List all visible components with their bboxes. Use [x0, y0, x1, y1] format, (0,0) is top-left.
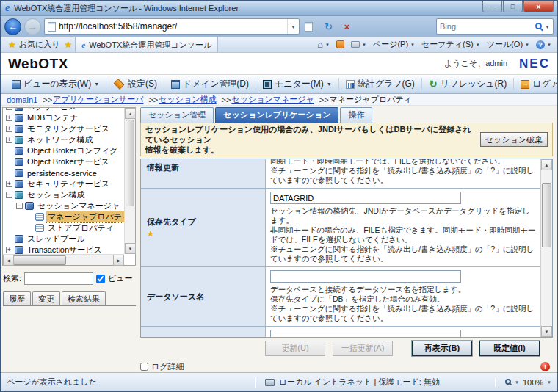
bulk-update-button[interactable]: 一括更新(A)	[333, 341, 393, 356]
expander-icon[interactable]: −	[16, 203, 23, 209]
page-menu[interactable]: ページ(P) ▼	[373, 39, 415, 50]
save-type-input[interactable]	[270, 192, 461, 204]
maximize-button[interactable]: □	[503, 1, 523, 12]
tab-operation[interactable]: 操作	[340, 107, 372, 123]
refresh-console-button[interactable]: ↻ リフレッシュ(R)	[422, 78, 514, 91]
breadcrumb-appserver[interactable]: アプリケーションサーバ	[53, 94, 143, 105]
browser-tab[interactable]: e WebOTX統合運用管理コンソール	[75, 37, 218, 52]
expander-icon[interactable]: −	[6, 192, 12, 198]
security-zone: ローカル イントラネット | 保護モード: 無効	[256, 377, 449, 388]
tools-menu[interactable]: ツール(O) ▼	[487, 39, 529, 50]
scroll-down-icon[interactable]: ▼	[125, 243, 136, 254]
compatibility-view-button[interactable]	[302, 19, 318, 35]
redisplay-button[interactable]: 再表示(B)	[412, 341, 472, 356]
scrollbar-thumb[interactable]	[13, 255, 66, 265]
tab-session-replication[interactable]: セッションレプリケーション	[215, 107, 338, 123]
update-button[interactable]: 更新(U)	[265, 341, 325, 356]
scroll-up-icon[interactable]: ▲	[125, 108, 136, 119]
expander-icon[interactable]: +	[6, 108, 12, 110]
breadcrumb-session-config[interactable]: セッション構成	[159, 94, 216, 105]
log-detail-checkbox[interactable]	[140, 363, 148, 371]
breadcrumb-session-manager[interactable]: セッションマネージャ	[231, 94, 314, 105]
breadcrumb-separator: >>	[148, 95, 158, 104]
title-bar[interactable]: e WebOTX統合運用管理コンソール - Windows Internet E…	[1, 1, 557, 16]
close-button[interactable]: ×	[523, 1, 554, 12]
expander-icon[interactable]: +	[6, 126, 12, 132]
add-favorite-icon[interactable]: ★	[65, 40, 73, 50]
favorites-bar: ★ お気に入り ★ e WebOTX統合運用管理コンソール ⌂ ▼ ▼ ページ(…	[1, 37, 557, 53]
favorites-button[interactable]: ★ お気に入り	[4, 37, 65, 52]
sidebar-item-persistence-service[interactable]: persistence-service	[3, 167, 124, 178]
tab-search-results[interactable]: 検索結果	[62, 291, 106, 305]
print-button[interactable]: ▼	[351, 41, 366, 48]
search-dropdown-icon[interactable]: ▼	[545, 24, 550, 29]
alert-icon[interactable]: !	[540, 362, 550, 371]
scroll-right-icon[interactable]: ▶	[113, 255, 124, 266]
logout-button[interactable]: → ログアウト(L)	[514, 78, 558, 91]
zone-text: ローカル イントラネット | 保護モード: 無効	[279, 377, 440, 388]
breadcrumb-domain1[interactable]: domain1	[7, 95, 37, 104]
sidebar-item-objectbroker-config[interactable]: Object Brokerコンフィグ	[3, 145, 124, 156]
default-value-button[interactable]: 既定値(I)	[479, 341, 540, 356]
sidebar-item-mdb-container[interactable]: +MDBコンテナ	[3, 112, 124, 123]
forward-button[interactable]: →	[24, 18, 41, 35]
zoom-dropdown-icon[interactable]: ▼	[547, 380, 551, 385]
sidebar-item-monitoring-service[interactable]: +モニタリングサービス	[3, 123, 124, 134]
intranet-zone-icon	[265, 379, 275, 386]
session-destroy-button[interactable]: セッション破棄	[480, 132, 548, 147]
expander-icon[interactable]: +	[6, 137, 12, 143]
expander-icon[interactable]: +	[6, 247, 12, 253]
expander-icon[interactable]: +	[6, 115, 12, 121]
sql-ext-path-input[interactable]	[270, 330, 461, 337]
stop-button[interactable]: ×	[339, 19, 355, 35]
scroll-down-icon[interactable]: ▼	[541, 326, 552, 337]
datasource-name-input[interactable]	[270, 270, 461, 283]
search-icon[interactable]	[535, 23, 542, 29]
home-icon: ⌂	[317, 39, 323, 50]
search-box[interactable]: ▼	[436, 18, 554, 35]
scrollbar-thumb[interactable]	[542, 183, 551, 247]
refresh-button[interactable]: ↻	[321, 19, 336, 35]
address-dropdown-icon[interactable]: ▼	[287, 19, 299, 34]
tree-horizontal-scrollbar[interactable]: ◀ ▶	[3, 254, 124, 265]
form-row-save-type: 保存先タイプ ★ セッション情報の格納先、JNDIかデータベースかデータグリッド…	[141, 189, 540, 267]
help-menu[interactable]: ? ▼	[536, 40, 551, 49]
gear-icon	[15, 108, 23, 111]
sidebar-item-manager-property[interactable]: マネージャプロパティ	[3, 211, 124, 222]
safety-menu[interactable]: セーフティ(S) ▼	[421, 39, 480, 50]
zoom-mode-dropdown-icon[interactable]: ▼	[515, 380, 519, 385]
web-search-input[interactable]	[440, 22, 534, 31]
back-button[interactable]: ←	[4, 18, 21, 35]
address-bar[interactable]: ▼	[44, 18, 300, 35]
tree-vertical-scrollbar[interactable]: ▲ ▼	[124, 108, 135, 254]
tree-search-input[interactable]	[24, 272, 93, 285]
feeds-icon[interactable]	[336, 40, 344, 48]
tab-change[interactable]: 変更	[32, 291, 60, 305]
view-checkbox[interactable]	[96, 275, 105, 283]
sidebar-item-session-config[interactable]: −セッション構成	[3, 189, 124, 200]
scrollbar-thumb[interactable]	[126, 120, 134, 206]
sidebar-item-security-service[interactable]: +セキュリティサービス	[3, 178, 124, 189]
url-input[interactable]	[59, 21, 287, 32]
form-vertical-scrollbar[interactable]: ▲ ▼	[540, 159, 552, 337]
sidebar-item-network-config[interactable]: +ネットワーク構成	[3, 134, 124, 145]
gear-icon	[15, 246, 23, 254]
domain-management-button[interactable]: ドメイン管理(D)	[164, 78, 256, 91]
expander-icon[interactable]: +	[6, 181, 12, 187]
tab-history[interactable]: 履歴	[3, 291, 31, 305]
home-button[interactable]: ⌂ ▼	[317, 39, 330, 50]
scroll-up-icon[interactable]: ▲	[541, 159, 552, 170]
sidebar-item-thread-pool[interactable]: スレッドプール	[3, 233, 124, 244]
settings-button[interactable]: 設定(S)	[106, 78, 164, 91]
tab-session-management[interactable]: セッション管理	[140, 107, 214, 123]
view-display-button[interactable]: ビューの表示(W) ▼	[5, 78, 106, 91]
scroll-left-icon[interactable]: ◀	[3, 255, 14, 266]
sidebar-item-store-property[interactable]: ストアプロパティ	[3, 222, 124, 233]
statistics-graph-button[interactable]: 統計グラフ(G)	[339, 78, 422, 91]
monitor-button[interactable]: モニター(M) ▼	[256, 78, 339, 91]
minimize-button[interactable]: ─	[482, 1, 502, 12]
sidebar-item-transaction-service[interactable]: +Transactionサービス	[3, 244, 124, 254]
zoom-control[interactable]: ▼ 100% ▼	[496, 378, 551, 387]
sidebar-item-session-manager[interactable]: −セッションマネージャ	[3, 200, 124, 211]
sidebar-item-objectbroker-service[interactable]: Object Brokerサービス	[3, 156, 124, 167]
